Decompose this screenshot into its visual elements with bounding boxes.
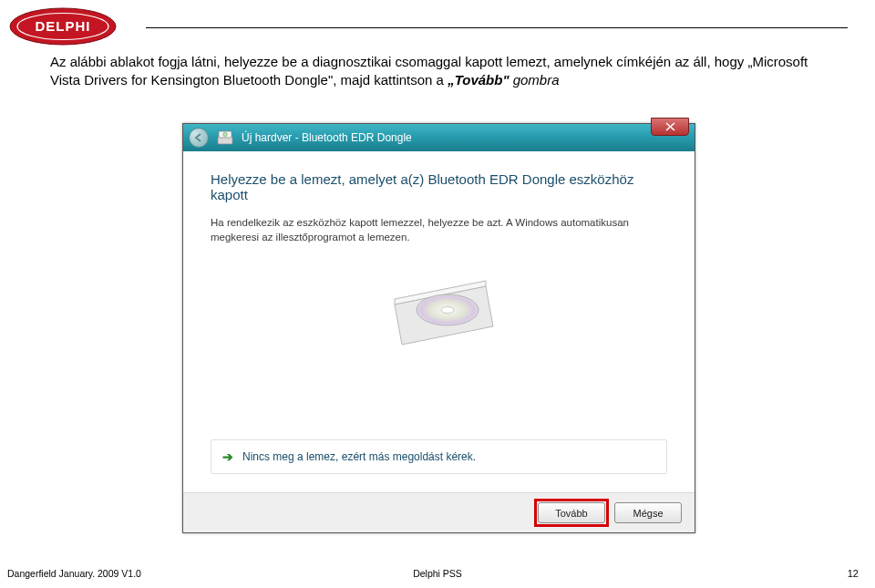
next-button[interactable]: Tovább: [538, 502, 605, 523]
wizard-title: Új hardver - Bluetooth EDR Dongle: [242, 131, 412, 144]
no-disc-link[interactable]: ➔ Nincs meg a lemez, ezért más megoldást…: [211, 439, 667, 474]
hardware-wizard-window: Új hardver - Bluetooth EDR Dongle Helyez…: [182, 123, 695, 533]
instruction-paragraph: Az alábbi ablakot fogja látni, helyezze …: [50, 53, 825, 90]
no-disc-link-text: Nincs meg a lemez, ezért más megoldást k…: [242, 450, 476, 463]
page-number: 12: [848, 568, 859, 579]
arrow-icon: ➔: [222, 449, 233, 464]
header-divider: [146, 27, 848, 28]
svg-point-8: [441, 307, 454, 314]
wizard-footer: Tovább Mégse: [183, 492, 695, 532]
footer-left-text: Dangerfield January. 2009 V1.0: [7, 568, 141, 579]
wizard-titlebar: Új hardver - Bluetooth EDR Dongle: [183, 124, 695, 151]
back-button[interactable]: [189, 128, 209, 148]
hardware-icon: [216, 129, 234, 146]
instruction-text-1: Az alábbi ablakot fogja látni, helyezze …: [50, 54, 808, 88]
instruction-text-3: gombra: [513, 72, 560, 88]
svg-text:DELPHI: DELPHI: [35, 18, 90, 34]
wizard-subtext: Ha rendelkezik az eszközhöz kapott lemez…: [211, 215, 667, 244]
close-button[interactable]: [651, 118, 689, 136]
disc-drive-icon: [380, 266, 499, 354]
next-button-label: Tovább: [555, 508, 587, 519]
svg-point-6: [223, 132, 228, 137]
wizard-heading: Helyezze be a lemezt, amelyet a(z) Bluet…: [211, 171, 667, 202]
instruction-text-bold: „Tovább": [448, 72, 509, 88]
cancel-button[interactable]: Mégse: [614, 502, 682, 523]
footer-center-text: Delphi PSS: [413, 568, 462, 579]
cancel-button-label: Mégse: [633, 508, 663, 519]
delphi-logo: DELPHI: [9, 7, 117, 49]
wizard-body: Helyezze be a lemezt, amelyet a(z) Bluet…: [183, 151, 695, 492]
